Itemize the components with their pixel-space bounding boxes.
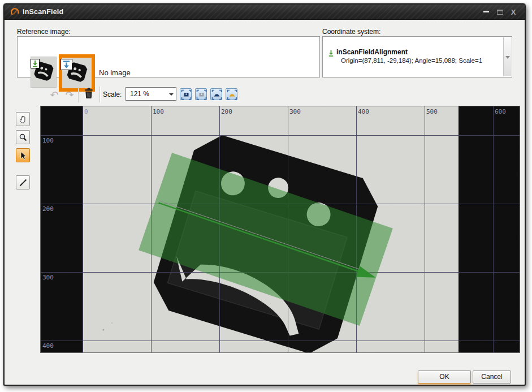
- image-viewport[interactable]: 0 100 200 300 400 500 600 100 200 300 40…: [40, 106, 520, 353]
- ruler-label-y200: 200: [42, 205, 54, 213]
- title-bar[interactable]: inScanField X: [5, 5, 525, 20]
- select-arrow-tool[interactable]: [16, 148, 30, 162]
- close-button[interactable]: X: [507, 5, 520, 20]
- title-bar-texture: [5, 5, 525, 19]
- reference-thumbnail-2-selected[interactable]: [59, 54, 95, 92]
- load-image-green-icon: [31, 59, 40, 68]
- coordinate-system-label: Coordinate system:: [322, 28, 380, 36]
- toolbar-separator: [78, 87, 79, 102]
- ruler-label-x100: 100: [153, 108, 164, 115]
- pan-hand-tool[interactable]: [16, 112, 30, 126]
- scan-image-canvas[interactable]: 0 100 200 300 400 500 600 100 200 300 40…: [41, 106, 520, 352]
- reference-image-panel: No image: [17, 36, 320, 77]
- ruler-label-y400: 400: [42, 342, 54, 350]
- undo-icon[interactable]: ↶: [47, 88, 61, 102]
- minimize-button[interactable]: [479, 5, 493, 20]
- ruler-label-x500: 500: [426, 108, 438, 115]
- ruler-label-x400: 400: [358, 108, 369, 115]
- ruler-label-y300: 300: [42, 274, 54, 281]
- cancel-button[interactable]: Cancel: [473, 371, 511, 384]
- redo-icon[interactable]: ↷: [63, 88, 76, 102]
- zoom-region-button[interactable]: [226, 88, 237, 100]
- alignment-green-icon: [327, 49, 335, 57]
- coordinate-dropdown[interactable]: [503, 37, 511, 76]
- ruler-label-x600: 600: [495, 108, 506, 115]
- zoom-fit-button[interactable]: [180, 88, 192, 100]
- reference-thumbnail-1[interactable]: [31, 57, 57, 88]
- ok-button[interactable]: OK: [418, 371, 471, 384]
- toolbar-separator: [100, 87, 100, 102]
- window-title: inScanField: [23, 8, 63, 16]
- coordinate-system-panel[interactable]: inScanFieldAlignment Origin=(87,811, -29…: [322, 36, 512, 77]
- coordinate-system-details: Origin=(87,811, -29,184); Angle=15,088; …: [341, 57, 482, 64]
- import-image-blue-icon: [60, 59, 72, 70]
- reference-image-label: Reference image:: [17, 28, 71, 36]
- scale-combobox[interactable]: 121 %: [126, 87, 176, 101]
- ruler-label-x200: 200: [221, 108, 232, 115]
- line-tool[interactable]: [16, 175, 30, 189]
- zoom-selection-button[interactable]: [210, 88, 222, 100]
- chevron-down-icon: [169, 93, 174, 96]
- ruler-label-x300: 300: [289, 108, 301, 115]
- ruler-label-y100: 100: [42, 137, 54, 144]
- coordinate-system-name: inScanFieldAlignment: [336, 48, 408, 56]
- delete-trash-icon[interactable]: [84, 87, 95, 101]
- zoom-magnifier-tool[interactable]: [16, 130, 30, 144]
- ruler-label-x0: 0: [84, 108, 88, 115]
- zoom-100-button[interactable]: [195, 88, 207, 100]
- app-gauge-icon: [10, 7, 20, 17]
- no-image-text: No image: [99, 68, 131, 77]
- chevron-down-icon: [505, 56, 510, 59]
- maximize-button[interactable]: [493, 5, 507, 20]
- scale-value: 121 %: [130, 90, 149, 98]
- scale-label: Scale:: [103, 91, 122, 98]
- dialog-window: inScanField X Reference image: Coordinat…: [3, 3, 526, 386]
- dialog-client-area: Reference image: Coordinate system:: [6, 20, 524, 384]
